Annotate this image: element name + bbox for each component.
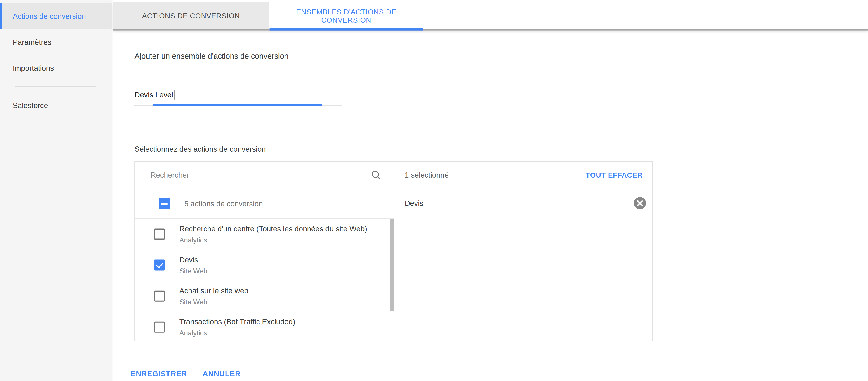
list-item-devis[interactable]: Devis Site Web <box>135 250 394 280</box>
sidebar-item-label: Importations <box>13 64 54 72</box>
action-title: Devis <box>179 254 207 265</box>
conversion-action-list[interactable]: Recherche d'un centre (Toutes les donnée… <box>135 219 394 341</box>
checkbox[interactable] <box>154 228 165 240</box>
checkbox[interactable] <box>154 260 165 271</box>
sidebar-item-label: Actions de conversion <box>13 12 86 21</box>
sidebar-item-parameters[interactable]: Paramètres <box>0 29 112 55</box>
select-all-checkbox[interactable] <box>159 198 170 209</box>
search-icon <box>370 169 382 181</box>
list-scrollbar[interactable] <box>391 219 394 311</box>
sidebar-divider <box>15 86 96 87</box>
selected-header: 1 sélectionné TOUT EFFACER <box>394 162 652 189</box>
sidebar-item-imports[interactable]: Importations <box>0 55 112 81</box>
conversion-action-picker: 5 actions de conversion Recherche d'un c… <box>134 161 653 342</box>
picker-selected-column: 1 sélectionné TOUT EFFACER Devis <box>394 162 652 341</box>
list-item-achat[interactable]: Achat sur le site web Site Web <box>135 281 394 312</box>
page-title: Ajouter un ensemble d'actions de convers… <box>134 52 288 60</box>
list-item-text: Achat sur le site web Site Web <box>179 285 248 307</box>
set-name-input[interactable]: Devis Level <box>134 89 342 100</box>
sidebar: Actions de conversion Paramètres Importa… <box>0 0 112 381</box>
clear-all-button[interactable]: TOUT EFFACER <box>586 171 643 180</box>
action-title: Transactions (Bot Traffic Excluded) <box>179 316 295 327</box>
tab-bar: ACTIONS DE CONVERSION ENSEMBLES D'ACTION… <box>113 2 868 31</box>
tab-label: ACTIONS DE CONVERSION <box>142 11 240 20</box>
sidebar-item-salesforce[interactable]: Salesforce <box>0 92 112 119</box>
checkbox[interactable] <box>154 291 165 302</box>
footer-divider <box>113 352 868 353</box>
remove-icon[interactable] <box>634 197 646 209</box>
save-button[interactable]: ENREGISTRER <box>126 365 191 381</box>
picker-search-row <box>135 162 394 189</box>
action-title: Achat sur le site web <box>179 285 248 296</box>
select-actions-label: Sélectionnez des actions de conversion <box>134 145 266 153</box>
action-source: Analytics <box>179 328 295 338</box>
footer-actions: ENREGISTRER ANNULER <box>126 365 245 381</box>
action-source: Analytics <box>179 235 367 245</box>
sidebar-item-label: Paramètres <box>13 38 51 46</box>
list-item-text: Recherche d'un centre (Toutes les donnée… <box>179 223 367 245</box>
conversion-action-sets-page: Actions de conversion Paramètres Importa… <box>0 0 868 381</box>
list-item-transactions[interactable]: Transactions (Bot Traffic Excluded) Anal… <box>135 312 394 341</box>
checkbox[interactable] <box>154 322 165 332</box>
selected-count: 1 sélectionné <box>405 171 449 180</box>
list-item-text: Transactions (Bot Traffic Excluded) Anal… <box>179 316 295 338</box>
selected-indicator-bar <box>0 3 2 29</box>
search-input[interactable] <box>151 171 366 180</box>
cancel-button[interactable]: ANNULER <box>198 365 245 381</box>
picker-available-column: 5 actions de conversion Recherche d'un c… <box>135 162 394 341</box>
input-underline-focus <box>153 104 322 106</box>
list-item-recherche-centre[interactable]: Recherche d'un centre (Toutes les donnée… <box>135 219 394 250</box>
selected-item-devis: Devis <box>394 189 652 217</box>
tab-conversion-actions[interactable]: ACTIONS DE CONVERSION <box>113 2 269 29</box>
sidebar-item-conversion-actions[interactable]: Actions de conversion <box>0 3 112 29</box>
set-name-value: Devis Level <box>134 90 173 99</box>
select-all-row[interactable]: 5 actions de conversion <box>135 189 394 219</box>
list-item-text: Devis Site Web <box>179 254 207 276</box>
action-source: Site Web <box>179 297 248 307</box>
action-source: Site Web <box>179 266 207 276</box>
tab-conversion-action-sets[interactable]: ENSEMBLES D'ACTIONS DE CONVERSION <box>269 2 423 29</box>
text-cursor <box>174 90 175 99</box>
selected-item-title: Devis <box>405 199 423 207</box>
action-title: Recherche d'un centre (Toutes les donnée… <box>179 223 367 234</box>
select-all-label: 5 actions de conversion <box>184 199 263 208</box>
sidebar-item-label: Salesforce <box>13 101 48 109</box>
tab-label: ENSEMBLES D'ACTIONS DE CONVERSION <box>285 7 407 24</box>
